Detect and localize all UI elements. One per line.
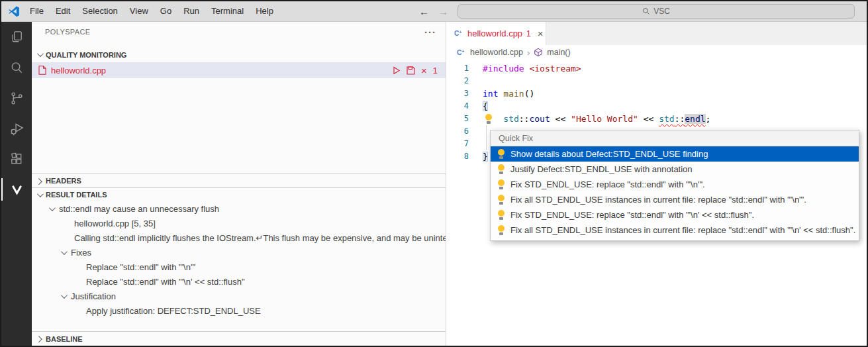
file-icon bbox=[38, 66, 46, 75]
sidebar-title: POLYSPACE bbox=[45, 28, 91, 36]
code-line-3: 3 int main() bbox=[447, 87, 867, 100]
vscode-window: File Edit Selection View Go Run Terminal… bbox=[0, 0, 868, 347]
quick-fix-label: Fix STD_ENDL_USE: replace "std::endl" wi… bbox=[510, 210, 754, 220]
breadcrumb-symbol[interactable]: main() bbox=[547, 48, 570, 57]
tab-helloworld-cpp[interactable]: C + helloworld.cpp 1 × bbox=[447, 22, 546, 45]
chevron-right-icon bbox=[36, 336, 42, 342]
activity-search[interactable] bbox=[1, 52, 32, 83]
command-center-search[interactable]: VSC bbox=[458, 4, 855, 19]
activity-extensions[interactable] bbox=[1, 144, 32, 174]
apply-justification-label: Apply justification: DEFECT:STD_ENDL_USE bbox=[86, 306, 261, 316]
location-label: helloworld.cpp [5, 35] bbox=[74, 219, 156, 228]
section-quality-monitoring[interactable]: QUALITY MONITORING bbox=[32, 48, 446, 62]
tree-item-apply-justification[interactable]: Apply justification: DEFECT:STD_ENDL_USE bbox=[32, 303, 446, 318]
vscode-logo-icon bbox=[8, 5, 20, 17]
lightbulb-icon bbox=[497, 149, 505, 159]
menu-file[interactable]: File bbox=[24, 1, 50, 21]
activity-polyspace[interactable] bbox=[1, 174, 32, 205]
fix-label: Replace "std::endl" with "'\n' << std::f… bbox=[86, 277, 245, 287]
back-arrow-icon[interactable]: ← bbox=[419, 6, 429, 17]
tree-item-fix-1[interactable]: Replace "std::endl" with "'\n'" bbox=[32, 260, 446, 274]
menu-help[interactable]: Help bbox=[250, 1, 279, 21]
explorer-icon bbox=[9, 30, 24, 45]
menu-edit[interactable]: Edit bbox=[50, 1, 76, 21]
tab-problem-badge: 1 bbox=[526, 29, 531, 38]
breadcrumb-file[interactable]: helloworld.cpp bbox=[470, 48, 523, 57]
tree-item-finding[interactable]: std::endl may cause an unnecessary flush bbox=[32, 201, 446, 216]
tree-item-fixes[interactable]: Fixes bbox=[32, 245, 446, 260]
lightbulb-icon bbox=[497, 210, 505, 220]
line-number: 2 bbox=[447, 75, 475, 87]
cpp-file-icon: C + bbox=[454, 28, 463, 38]
more-actions-icon[interactable]: ··· bbox=[424, 26, 436, 38]
lightbulb-icon bbox=[497, 179, 505, 189]
token-endl: endl bbox=[685, 114, 705, 124]
close-icon[interactable]: × bbox=[421, 66, 427, 75]
token-function: main bbox=[503, 89, 524, 99]
tree-item-fix-2[interactable]: Replace "std::endl" with "'\n' << std::f… bbox=[32, 274, 446, 289]
save-icon[interactable] bbox=[407, 66, 415, 75]
run-analysis-icon[interactable] bbox=[392, 66, 401, 75]
token-cout: cout bbox=[529, 114, 550, 124]
forward-arrow-icon[interactable]: → bbox=[438, 6, 448, 17]
quick-fix-item-4[interactable]: Fix all STD_ENDL_USE instances in curren… bbox=[491, 192, 859, 207]
quick-fix-item-1[interactable]: Show details about Defect:STD_ENDL_USE f… bbox=[491, 146, 859, 162]
quick-fix-label: Justify Defect:STD_ENDL_USE with annotat… bbox=[510, 164, 693, 174]
activity-run-debug[interactable] bbox=[1, 113, 32, 144]
section-result-details[interactable]: RESULT DETAILS bbox=[32, 187, 446, 201]
token-keyword: int bbox=[483, 89, 498, 99]
polyspace-sidebar: POLYSPACE ··· QUALITY MONITORING hellowo… bbox=[32, 22, 446, 346]
quick-fix-item-6[interactable]: Fix all STD_ENDL_USE instances in curren… bbox=[491, 223, 859, 238]
symbol-method-icon bbox=[534, 48, 543, 57]
menu-view[interactable]: View bbox=[124, 1, 154, 21]
token-header: <iostream> bbox=[529, 64, 581, 74]
code-line-1: 1 #include <iostream> bbox=[447, 62, 867, 75]
chevron-down-icon bbox=[61, 248, 68, 255]
tree-item-location[interactable]: helloworld.cpp [5, 35] bbox=[32, 216, 446, 230]
line-number: 6 bbox=[447, 125, 475, 138]
code-line-5: 5 std::cout << "Hello World" << std::end… bbox=[447, 113, 867, 125]
editor-area: C + helloworld.cpp 1 × C + helloworld.cp… bbox=[447, 22, 867, 346]
line-number: 1 bbox=[447, 62, 475, 75]
description-label: Calling std::endl implicitly flushes the… bbox=[74, 233, 446, 243]
token-string: "Hello World" bbox=[571, 114, 638, 124]
tree-item-description[interactable]: Calling std::endl implicitly flushes the… bbox=[32, 230, 446, 245]
tree-item-justification[interactable]: Justification bbox=[32, 289, 446, 303]
chevron-right-icon bbox=[36, 178, 42, 185]
menu-run[interactable]: Run bbox=[177, 1, 205, 21]
search-icon bbox=[642, 7, 650, 15]
quick-fix-title: Quick Fix bbox=[491, 130, 859, 146]
breadcrumb: C + helloworld.cpp › main() bbox=[447, 45, 867, 60]
section-baseline[interactable]: BASELINE bbox=[32, 331, 446, 346]
tab-close-icon[interactable]: × bbox=[538, 28, 544, 39]
title-bar: File Edit Selection View Go Run Terminal… bbox=[1, 1, 867, 22]
activity-explorer[interactable] bbox=[1, 22, 32, 52]
line-number: 8 bbox=[447, 150, 475, 163]
code-line-4: 4 { bbox=[447, 100, 867, 113]
quality-monitoring-file-row[interactable]: helloworld.cpp × 1 bbox=[32, 62, 446, 78]
section-headers[interactable]: HEADERS bbox=[32, 174, 446, 187]
lightbulb-icon[interactable] bbox=[485, 114, 493, 124]
lightbulb-icon bbox=[497, 195, 505, 205]
section-label: RESULT DETAILS bbox=[46, 191, 107, 199]
command-center-label: VSC bbox=[653, 7, 670, 16]
code-line-2: 2 bbox=[447, 75, 867, 87]
chevron-down-icon bbox=[49, 205, 56, 211]
quick-fix-label: Show details about Defect:STD_ENDL_USE f… bbox=[510, 149, 708, 159]
chevron-down-icon bbox=[37, 191, 44, 197]
quick-fix-item-3[interactable]: Fix STD_ENDL_USE: replace "std::endl" wi… bbox=[491, 177, 859, 192]
polyspace-icon bbox=[9, 182, 24, 197]
quick-fix-label: Fix STD_ENDL_USE: replace "std::endl" wi… bbox=[510, 179, 705, 189]
menu-go[interactable]: Go bbox=[154, 1, 177, 21]
menu-selection[interactable]: Selection bbox=[76, 1, 123, 21]
activity-source-control[interactable] bbox=[1, 83, 32, 113]
finding-label: std::endl may cause an unnecessary flush bbox=[59, 204, 219, 214]
fix-label: Replace "std::endl" with "'\n'" bbox=[86, 262, 195, 272]
quick-fix-item-5[interactable]: Fix STD_ENDL_USE: replace "std::endl" wi… bbox=[491, 207, 859, 223]
justification-label: Justification bbox=[71, 291, 116, 301]
menu-terminal[interactable]: Terminal bbox=[205, 1, 250, 21]
section-label: QUALITY MONITORING bbox=[46, 51, 126, 59]
chevron-down-icon bbox=[61, 292, 68, 299]
file-row-actions: × 1 bbox=[392, 66, 438, 75]
quick-fix-item-2[interactable]: Justify Defect:STD_ENDL_USE with annotat… bbox=[491, 162, 859, 177]
